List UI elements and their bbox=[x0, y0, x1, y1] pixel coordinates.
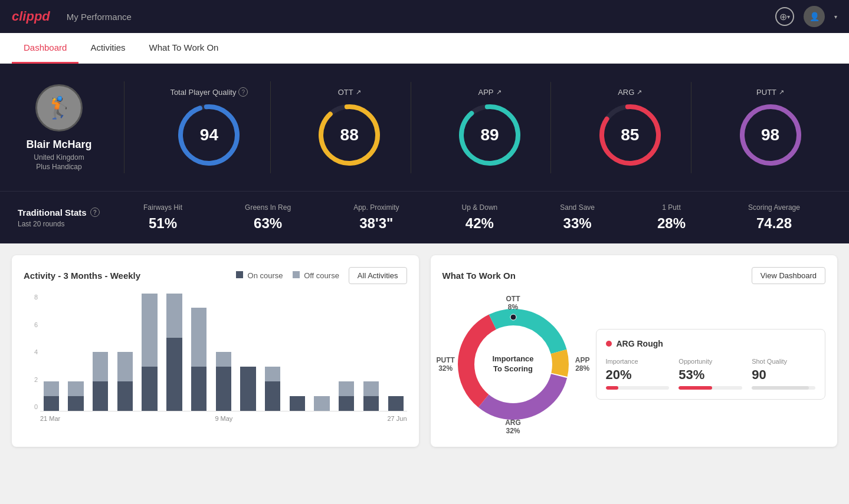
legend-on-dot bbox=[236, 271, 243, 278]
donut-center-text: ImportanceTo Scoring bbox=[492, 354, 533, 374]
activity-chart-panel: Activity - 3 Months - Weekly On course O… bbox=[12, 255, 419, 447]
bar-on-8 bbox=[240, 367, 255, 411]
legend-off-dot bbox=[293, 271, 300, 278]
tab-activities[interactable]: Activities bbox=[78, 33, 137, 64]
x-label-jun: 27 Jun bbox=[387, 415, 407, 422]
donut-label-arg: ARG 32% bbox=[505, 419, 521, 435]
arg-label: ARG ↗ bbox=[618, 88, 642, 97]
stat-greens-value: 63% bbox=[245, 215, 291, 232]
x-label-may: 9 May bbox=[215, 415, 232, 422]
bar-group-7 bbox=[212, 294, 235, 411]
add-button[interactable]: ⊕ ▾ bbox=[775, 7, 794, 26]
arg-ring: 85 bbox=[598, 103, 663, 167]
ott-ring: 88 bbox=[317, 103, 382, 167]
bar-on-10 bbox=[290, 396, 305, 411]
putt-ring: 98 bbox=[738, 103, 803, 167]
bar-on-13 bbox=[363, 396, 379, 411]
score-ott: OTT ↗ 88 bbox=[289, 82, 411, 173]
chart-controls: On course Off course All Activities bbox=[236, 267, 407, 284]
stat-1putt-value: 28% bbox=[657, 215, 686, 232]
tab-dashboard[interactable]: Dashboard bbox=[12, 33, 78, 64]
app-ring: 89 bbox=[457, 103, 522, 167]
player-avatar: 🏌️ bbox=[35, 84, 83, 131]
player-handicap: Plus Handicap bbox=[36, 163, 81, 171]
app-label: APP ↗ bbox=[478, 88, 501, 97]
wtwo-content: ImportanceTo Scoring OTT 8% APP 28% ARG … bbox=[442, 294, 826, 435]
y-label-4: 4 bbox=[24, 348, 38, 355]
y-label-2: 2 bbox=[24, 376, 38, 383]
ott-score-value: 88 bbox=[340, 126, 359, 144]
wtwo-metrics: Importance 20% Opportunity 53% bbox=[606, 358, 816, 390]
arg-dot bbox=[606, 341, 612, 347]
arrow-icon: ↗ bbox=[496, 88, 501, 96]
plus-icon: ⊕ bbox=[779, 11, 787, 22]
stat-scoring: Scoring Average 74.28 bbox=[748, 203, 800, 232]
stat-proximity: App. Proximity 38'3" bbox=[353, 203, 399, 232]
bottom-section: Activity - 3 Months - Weekly On course O… bbox=[0, 243, 849, 459]
putt-label: PUTT ↗ bbox=[756, 88, 784, 97]
bar-on-9 bbox=[265, 381, 280, 411]
stat-fairways: Fairways Hit 51% bbox=[143, 203, 182, 232]
legend-off: Off course bbox=[293, 271, 339, 280]
arg-rough-card: ARG Rough Importance 20% Opportunity 53% bbox=[596, 329, 826, 400]
stats-label: Traditional Stats ? Last 20 rounds bbox=[18, 207, 112, 228]
stat-scoring-label: Scoring Average bbox=[748, 203, 800, 212]
bar-group-9 bbox=[261, 294, 284, 411]
total-score-value: 94 bbox=[200, 126, 218, 144]
user-avatar[interactable]: 👤 bbox=[804, 6, 825, 27]
stat-greens: Greens In Reg 63% bbox=[245, 203, 291, 232]
bar-group-11 bbox=[311, 294, 333, 411]
view-dashboard-button[interactable]: View Dashboard bbox=[752, 267, 825, 284]
chevron-down-icon-avatar: ▾ bbox=[834, 14, 837, 20]
logo: clippd My Performance bbox=[12, 9, 132, 24]
bar-on-7 bbox=[216, 367, 231, 411]
bar-off-0 bbox=[44, 381, 59, 396]
metric-shot-quality: Shot Quality 90 bbox=[752, 358, 815, 390]
bar-group-14 bbox=[385, 294, 407, 411]
bar-group-1 bbox=[65, 294, 87, 411]
bar-group-3 bbox=[114, 294, 136, 411]
avatar-icon: 👤 bbox=[809, 12, 820, 21]
stats-info-icon[interactable]: ? bbox=[90, 207, 100, 217]
bar-on-5 bbox=[166, 338, 182, 411]
donut-label-ott: OTT 8% bbox=[506, 295, 520, 311]
bar-group-4 bbox=[139, 294, 161, 411]
arg-rough-title: ARG Rough bbox=[606, 339, 816, 348]
shot-quality-value: 90 bbox=[752, 367, 815, 383]
bar-on-6 bbox=[191, 367, 206, 411]
stat-updown-value: 42% bbox=[462, 215, 498, 232]
importance-bar-fill bbox=[606, 386, 619, 390]
arrow-icon: ↗ bbox=[779, 88, 784, 96]
stat-fairways-label: Fairways Hit bbox=[143, 203, 182, 212]
bar-group-12 bbox=[335, 294, 358, 411]
importance-value: 20% bbox=[606, 367, 670, 383]
arrow-icon: ↗ bbox=[637, 88, 642, 96]
bar-off-3 bbox=[117, 352, 133, 381]
donut-chart: ImportanceTo Scoring OTT 8% APP 28% ARG … bbox=[442, 294, 584, 435]
bar-off-5 bbox=[166, 294, 182, 338]
logo-text: clippd bbox=[12, 9, 50, 24]
opportunity-bar bbox=[678, 386, 742, 390]
x-axis: 21 Mar 9 May 27 Jun bbox=[40, 415, 407, 422]
stat-sandsave-value: 33% bbox=[560, 215, 595, 232]
tab-what-to-work-on[interactable]: What To Work On bbox=[137, 33, 231, 64]
chevron-down-icon: ▾ bbox=[787, 14, 790, 20]
all-activities-button[interactable]: All Activities bbox=[349, 267, 407, 284]
stat-sandsave-label: Sand Save bbox=[560, 203, 595, 212]
stat-sandsave: Sand Save 33% bbox=[560, 203, 595, 232]
bar-group-13 bbox=[360, 294, 382, 411]
stat-updown: Up & Down 42% bbox=[462, 203, 498, 232]
shot-quality-bar-fill bbox=[752, 386, 809, 390]
tab-bar: Dashboard Activities What To Work On bbox=[0, 33, 849, 64]
stat-scoring-value: 74.28 bbox=[748, 215, 800, 232]
legend-on: On course bbox=[236, 271, 283, 280]
score-arg: ARG ↗ 85 bbox=[569, 82, 691, 173]
wtwo-header: What To Work On View Dashboard bbox=[442, 267, 826, 284]
bar-chart-wrapper: 8 6 4 2 0 21 Mar 9 May 27 Jun bbox=[24, 294, 407, 422]
stats-bar: Traditional Stats ? Last 20 rounds Fairw… bbox=[0, 191, 849, 243]
stat-greens-label: Greens In Reg bbox=[245, 203, 291, 212]
total-quality-label: Total Player Quality ? bbox=[170, 87, 248, 97]
app-score-value: 89 bbox=[480, 126, 499, 144]
info-icon[interactable]: ? bbox=[238, 87, 248, 97]
player-info: 🏌️ Blair McHarg United Kingdom Plus Hand… bbox=[18, 84, 100, 171]
